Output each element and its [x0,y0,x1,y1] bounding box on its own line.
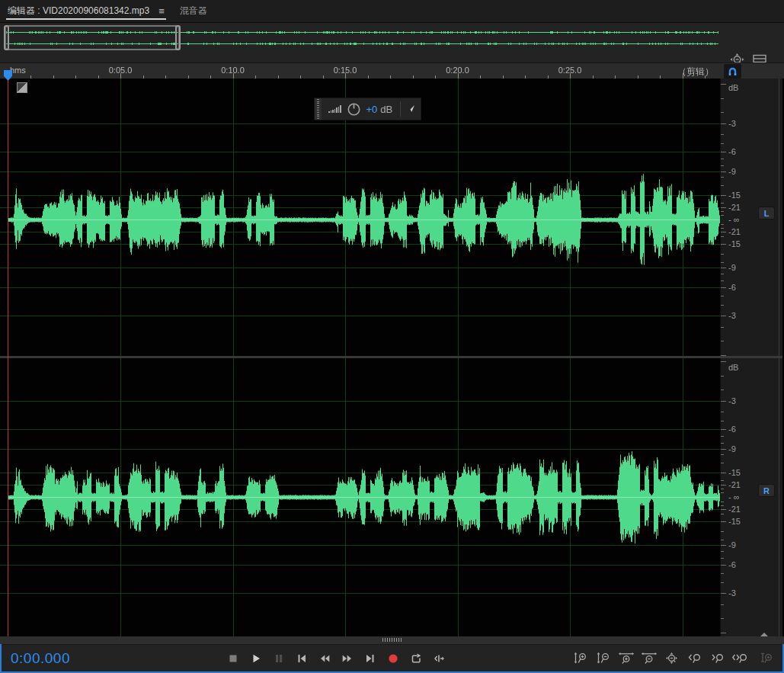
db-scale-tick [721,215,724,216]
ruler-tick [480,75,481,79]
play-button[interactable] [248,650,264,667]
pin-icon [405,104,416,114]
hud-pin-button[interactable] [401,104,421,114]
ruler-tick [345,73,346,79]
db-scale-tick [721,582,724,583]
db-scale-label: -21 [728,480,741,489]
skip-to-start-button[interactable] [293,650,310,667]
db-scale-tick [721,134,724,135]
db-scale-tick [721,316,726,316]
db-scale-tick [721,152,726,152]
zoom-out-full-icon [664,651,680,666]
timeline-ruler[interactable]: hms 0:05.00:10.00:15.00:20.00:25.0 （剪辑） [0,62,784,79]
db-scale-tick [721,262,724,263]
overview-view-selector[interactable] [5,25,180,50]
db-scale-tick [721,195,726,196]
ruler-tick [525,75,526,79]
move-playhead-button[interactable] [430,650,447,667]
zoom-to-out-point-button[interactable] [709,650,726,667]
transport-buttons [225,645,447,671]
scroll-up-arrow-icon[interactable] [760,633,768,636]
time-display[interactable]: 0:00.000 [11,650,70,667]
rewind-button[interactable] [316,650,333,667]
gain-value[interactable]: +0 [366,104,378,115]
db-scale-tick [721,436,724,437]
db-scale-tick [721,502,724,502]
db-scale-tick [721,98,724,99]
db-scale-tick [721,604,724,605]
db-scale-tick [721,207,726,208]
db-scale-tick [721,171,726,172]
tab-editor-label: 编辑器 : VID20200906081342.mp3 [8,5,149,18]
tab-mixer-label: 混音器 [180,5,207,18]
overview-strip[interactable] [0,23,784,62]
stop-button[interactable] [225,650,242,667]
ruler-clip-label: （剪辑） [677,66,714,79]
transport-bar: 0:00.000 [2,644,782,671]
db-scale-tick [721,268,726,268]
db-scale-tick [721,492,724,493]
zoom-out-full-button[interactable] [663,650,680,667]
db-unit-label: dB [728,363,738,372]
db-scale-tick [721,545,726,546]
channel-divider[interactable] [0,356,782,358]
zoom-to-selection-button[interactable] [731,650,749,667]
db-scale-tick [721,224,724,225]
overview-left-handle[interactable] [4,25,9,50]
fade-in-handle[interactable] [17,82,27,93]
db-scale-tick [721,159,724,159]
gain-unit-label: dB [380,104,392,115]
db-scale-tick [721,449,726,450]
db-scale-label: -6 [728,425,736,434]
db-scale-tick [721,463,724,463]
db-scale-tick [721,305,724,306]
skip-to-end-icon [364,652,376,665]
panel-menu-icon[interactable]: ≡ [158,5,165,17]
db-scale-label: -15 [728,468,741,477]
db-scale-tick [721,254,724,255]
channel-badge-left[interactable]: L [758,207,775,220]
db-scale-tick [721,177,724,178]
db-scale-tick [721,361,726,362]
record-button[interactable] [385,650,402,667]
tab-editor[interactable]: 编辑器 : VID20200906081342.mp3 ≡ [0,0,172,22]
db-scale-tick [721,505,724,506]
resize-grip[interactable] [382,638,402,642]
zoom-to-in-point-button[interactable] [686,650,703,667]
volume-bars-icon [328,105,341,113]
ruler-tick [548,75,549,79]
zoom-in-horizontal-icon [618,652,635,665]
db-scale-label: -9 [728,540,736,550]
zoom-in-vertical-button[interactable] [571,650,589,667]
gain-hud: +0 dB [314,98,421,120]
db-scale-tick [721,244,726,245]
ruler-tick [323,75,324,79]
db-scale-tick [721,485,726,486]
tab-mixer[interactable]: 混音器 [172,0,215,22]
zoom-out-vertical-button[interactable] [594,650,612,667]
skip-to-end-button[interactable] [362,650,379,667]
ruler-tick [233,73,234,79]
gain-knob-icon[interactable] [347,102,361,117]
zoom-out-horizontal-button[interactable] [640,650,658,667]
db-scale-tick [721,123,726,124]
db-scale-tick [721,540,724,540]
fast-forward-button[interactable] [339,650,356,667]
hud-drag-grip[interactable] [315,98,322,120]
zoom-toolbar [571,645,775,671]
db-scale-tick [721,473,726,473]
db-scale-tick [721,389,724,390]
ruler-tick [53,75,54,79]
ruler-tick [413,75,414,79]
overview-right-handle[interactable] [175,25,181,50]
zoom-in-horizontal-button[interactable] [617,650,635,667]
db-scale-label: -6 [728,560,736,569]
db-scale-tick [721,143,724,144]
pause-button[interactable] [270,650,287,667]
horizontal-scroll-row[interactable] [0,636,784,644]
ruler-tick [120,73,121,79]
channel-badge-right[interactable]: R [758,484,775,497]
snap-toggle-button[interactable] [724,64,741,79]
loop-playback-button[interactable] [408,650,424,667]
zoom-to-in-point-icon [687,652,702,665]
